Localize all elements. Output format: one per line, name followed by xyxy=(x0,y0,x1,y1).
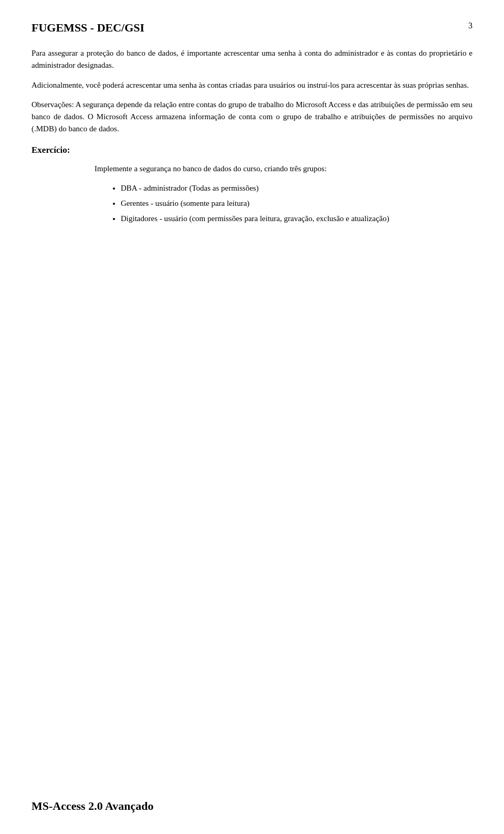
item-dash: - xyxy=(139,184,142,192)
list-item: Gerentes - usuário (somente para leitura… xyxy=(121,197,472,210)
item-role: administrador xyxy=(143,184,187,192)
item-description: (com permissões para leitura, gravação, … xyxy=(189,214,389,223)
page-header: FUGEMSS - DEC/GSI 3 xyxy=(32,21,472,35)
item-role: usuário xyxy=(155,199,178,207)
paragraph-1: Para assegurar a proteção do banco de da… xyxy=(32,47,472,72)
item-description: (somente para leitura) xyxy=(181,199,250,207)
paragraph-3: Observações: A segurança depende da rela… xyxy=(32,99,472,135)
list-item: DBA - administrador (Todas as permissões… xyxy=(121,182,472,194)
item-term: DBA xyxy=(121,184,137,192)
document-title: FUGEMSS - DEC/GSI xyxy=(32,21,144,35)
footer-title: MS-Access 2.0 Avançado xyxy=(32,799,153,813)
paragraph-2: Adicionalmente, você poderá acrescentar … xyxy=(32,79,472,91)
item-role: usuário xyxy=(164,214,187,223)
exercise-label: Exercício: xyxy=(32,145,472,155)
item-term: Gerentes xyxy=(121,199,149,207)
item-row: Gerentes - usuário (somente para leitura… xyxy=(121,199,249,207)
item-term: Digitadores xyxy=(121,214,158,223)
exercise-list: DBA - administrador (Todas as permissões… xyxy=(32,182,472,225)
item-description: (Todas as permissões) xyxy=(189,184,258,192)
page: FUGEMSS - DEC/GSI 3 Para assegurar a pro… xyxy=(0,0,504,834)
item-row: Digitadores - usuário (com permissões pa… xyxy=(121,214,389,223)
list-item: Digitadores - usuário (com permissões pa… xyxy=(121,213,472,225)
page-number: 3 xyxy=(468,21,472,30)
exercise-section: Exercício: Implemente a segurança no ban… xyxy=(32,145,472,225)
item-dash: - xyxy=(160,214,162,223)
item-row: DBA - administrador (Todas as permissões… xyxy=(121,184,259,192)
exercise-instruction: Implemente a segurança no banco de dados… xyxy=(32,163,472,175)
item-dash: - xyxy=(151,199,153,207)
